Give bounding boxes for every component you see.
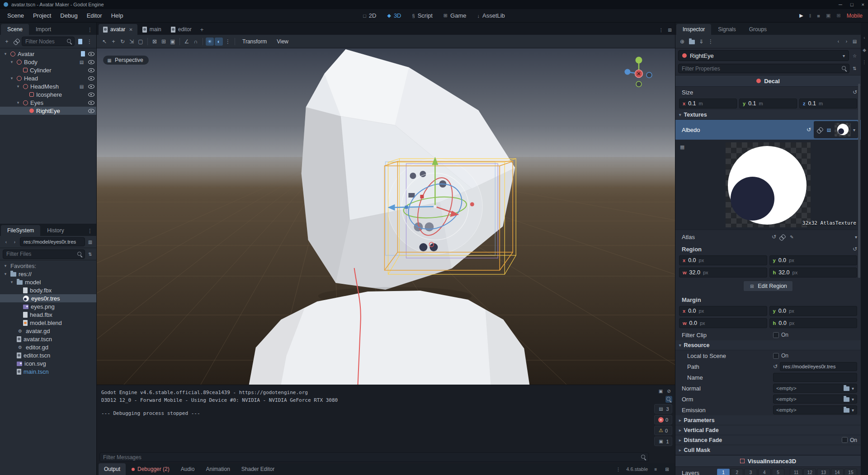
region-w-field[interactable]: w32.0px — [679, 268, 767, 277]
texture-preview[interactable]: ▦ 32x32 AtlasTexture — [675, 140, 861, 230]
region-x-field[interactable]: x0.0px — [679, 255, 767, 265]
expand-panel-icon[interactable]: ⊞ — [664, 466, 670, 473]
tab-scene[interactable]: Scene — [1, 24, 29, 35]
tab-signals[interactable]: Signals — [712, 24, 742, 35]
link-resource-icon[interactable] — [779, 234, 786, 240]
property-margin[interactable]: Margin — [675, 294, 861, 305]
group-node-icon[interactable]: ▣ — [169, 38, 177, 46]
layer-cell[interactable]: 3 — [744, 469, 757, 475]
filter-properties-input[interactable] — [678, 64, 849, 73]
new-scene-tab-button[interactable]: + — [197, 24, 208, 35]
fs-file-avatartscn[interactable]: avatar.tscn — [0, 335, 96, 343]
save-resource-icon[interactable]: ⇓ — [697, 38, 705, 46]
category-visualinstance3d[interactable]: VisualInstance3D — [675, 455, 861, 467]
menu-debug[interactable]: Debug — [56, 10, 82, 21]
scene-tab-avatar[interactable]: avatar✕ — [99, 24, 137, 35]
fs-file-bodyfbx[interactable]: body.fbx — [0, 286, 96, 294]
layer-cell[interactable]: 12 — [803, 469, 816, 475]
property-path[interactable]: Path ↺res://model/eyes0r.tres — [675, 361, 861, 372]
property-normal[interactable]: Normal <empty>▾ — [675, 383, 861, 394]
chevron-down-icon[interactable]: ▾ — [852, 386, 854, 391]
groups-icon[interactable]: ▤ — [78, 83, 85, 90]
panel-list-icon[interactable]: ⋮ — [615, 466, 622, 473]
tab-audio[interactable]: Audio — [175, 463, 200, 475]
chevron-down-icon[interactable]: ▾ — [852, 408, 854, 413]
output-console[interactable]: Godot Engine v4.6.stable.official.89cea1… — [97, 385, 651, 451]
scene-node-cylinder[interactable]: Cylinder — [0, 66, 96, 74]
group-parameters[interactable]: ▸Parameters — [675, 415, 861, 425]
context-game-button[interactable]: ⊞Game — [439, 11, 472, 20]
load-icon[interactable] — [844, 408, 849, 413]
expand-viewport-icon[interactable]: ⊞ — [666, 27, 673, 33]
size-x-field[interactable]: x0.1m — [679, 99, 737, 108]
filter-errors-toggle[interactable]: ×0 — [654, 415, 672, 424]
albedo-texture-thumbnail[interactable] — [835, 123, 851, 136]
edited-object-selector[interactable]: RightEye ▾ — [678, 50, 849, 61]
layer-cell[interactable]: 2 — [731, 469, 743, 475]
filter-messages-input[interactable] — [99, 452, 649, 462]
scale-tool-icon[interactable]: ⇲ — [127, 38, 136, 46]
list-select-icon[interactable]: ▢ — [137, 38, 145, 46]
chevron-down-icon[interactable]: ▾ — [853, 127, 855, 132]
layer-cell[interactable]: 15 — [844, 469, 857, 475]
size-y-field[interactable]: y0.1m — [739, 99, 797, 108]
property-local-to-scene[interactable]: Local to Scene On — [675, 350, 861, 361]
script-attached-icon[interactable] — [81, 51, 85, 56]
scene-node-body[interactable]: ▾ Body ▤ — [0, 58, 96, 66]
resource-tools-icon[interactable]: ▤ — [826, 127, 832, 133]
axis-navigation-gizmo[interactable] — [620, 55, 658, 93]
load-resource-icon[interactable] — [688, 38, 696, 46]
stop-button[interactable]: ■ — [817, 13, 820, 19]
groups-icon[interactable]: ▤ — [78, 59, 85, 66]
path-value-field[interactable]: res://model/eyes0r.tres — [780, 362, 857, 371]
scene-tab-editor[interactable]: editor — [166, 24, 196, 35]
margin-h-field[interactable]: h0.0px — [769, 318, 858, 328]
property-orm[interactable]: Orm <empty>▾ — [675, 394, 861, 404]
inspector-scrollbar[interactable] — [858, 84, 860, 278]
filter-editor-msgs-toggle[interactable]: ▣1 — [654, 437, 672, 446]
context-script-button[interactable]: §Script — [407, 11, 438, 20]
region-y-field[interactable]: y0.0px — [769, 255, 858, 265]
tab-groups[interactable]: Groups — [743, 24, 773, 35]
3d-viewport[interactable]: ▦ Perspective — [97, 48, 675, 385]
context-2d-button[interactable]: □2D — [358, 11, 381, 20]
property-options-icon[interactable]: ⇅ — [851, 65, 858, 72]
emission-texture-field[interactable]: <empty>▾ — [773, 405, 857, 414]
fs-file-avatargd[interactable]: ⚙ avatar.gd — [0, 327, 96, 335]
normal-texture-field[interactable]: <empty>▾ — [773, 384, 857, 393]
scene-node-head[interactable]: ▾ Head — [0, 74, 96, 82]
menu-scene[interactable]: Scene — [3, 10, 28, 21]
ruler-tool-icon[interactable]: ∠ — [183, 38, 191, 46]
local-to-scene-checkbox[interactable] — [773, 353, 779, 359]
fs-favorites[interactable]: ▾Favorites: — [0, 262, 96, 270]
filter-messages-toggle[interactable]: ▤3 — [654, 404, 672, 414]
margin-w-field[interactable]: w0.0px — [679, 318, 767, 328]
attach-script-icon[interactable] — [76, 38, 84, 46]
current-path[interactable]: res://model/eyes0r.tres — [20, 237, 85, 246]
play-button[interactable]: ▶ — [799, 13, 803, 19]
lock-node-icon[interactable]: ⊠ — [151, 38, 159, 46]
edit-resource-icon[interactable]: ✎ — [788, 234, 795, 240]
perspective-menu[interactable]: ▦ Perspective — [103, 56, 149, 65]
preview-sun-toggle-icon[interactable]: ☀ — [206, 38, 214, 46]
property-emission[interactable]: Emission <empty>▾ — [675, 404, 861, 415]
filter-clip-checkbox[interactable] — [773, 332, 779, 338]
context-assetlib-button[interactable]: ↓AssetLib — [472, 11, 509, 20]
texture-channel-icon[interactable]: ▦ — [680, 144, 684, 150]
scene-node-icosphere[interactable]: Icosphere — [0, 90, 96, 99]
visibility-icon[interactable] — [88, 51, 94, 57]
fs-root[interactable]: ▾ res:// — [0, 270, 96, 278]
size-z-field[interactable]: z0.1m — [799, 99, 857, 108]
transform-menu[interactable]: Transform — [238, 37, 271, 47]
visibility-icon[interactable] — [88, 92, 94, 98]
visibility-icon[interactable] — [88, 67, 94, 73]
visibility-icon[interactable] — [88, 59, 94, 65]
history-list-icon[interactable]: ▤ — [851, 38, 858, 45]
layer-cell[interactable]: 4 — [758, 469, 771, 475]
property-region[interactable]: Region ↺ — [675, 244, 861, 254]
favorites-icon[interactable]: ☆ — [851, 52, 858, 59]
dock-menu-icon[interactable]: ⋮ — [85, 226, 95, 236]
visibility-icon[interactable] — [88, 84, 94, 89]
context-3d-button[interactable]: ◆3D — [382, 11, 406, 20]
property-atlas[interactable]: Atlas ↺ ✎ ▾ — [675, 230, 861, 244]
